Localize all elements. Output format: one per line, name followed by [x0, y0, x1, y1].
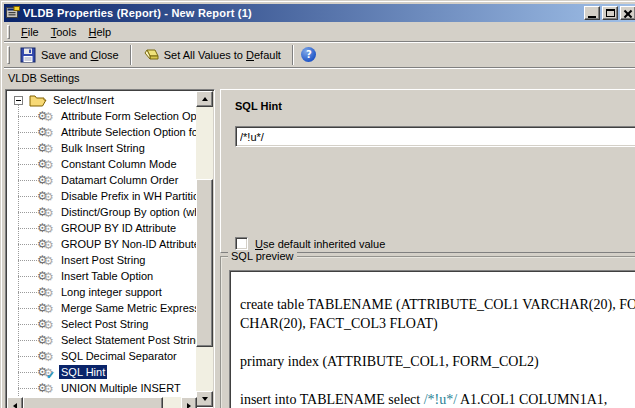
tree-item-sql-hint[interactable]: ⚙⚙✓SQL Hint — [8, 364, 197, 380]
save-and-close-button[interactable]: Save and Close — [13, 44, 126, 66]
gears-icon: ⚙⚙ — [37, 301, 55, 316]
tree-branch-line — [18, 212, 37, 213]
sql-preview-legend: SQL preview — [228, 250, 297, 262]
tree-item-label: Insert Post String — [59, 253, 147, 267]
tree-item-label: SQL Decimal Separator — [59, 349, 179, 363]
use-default-checkbox[interactable] — [235, 237, 248, 250]
gears-icon: ⚙⚙ — [37, 157, 55, 172]
tree-item-insert-post-string[interactable]: ⚙⚙Insert Post String — [8, 252, 197, 268]
close-button[interactable] — [620, 6, 635, 20]
tree-item-label: Datamart Column Order — [59, 173, 180, 187]
scroll-up-button[interactable] — [196, 91, 213, 107]
tree-branch-line — [18, 324, 37, 325]
tree-item-union-multiple-insert[interactable]: ⚙⚙UNION Multiple INSERT — [8, 380, 197, 396]
sql-preview-text: create table TABLENAME (ATTRIBUTE_COL1 V… — [229, 270, 635, 408]
tree-item-label: Attribute Selection Option fo — [59, 125, 197, 139]
horizontal-scroll-thumb[interactable] — [23, 397, 163, 408]
gears-icon: ⚙⚙ — [37, 237, 55, 252]
sql-line — [240, 333, 630, 352]
scroll-left-button[interactable] — [7, 397, 23, 408]
tree-item-select-post-string[interactable]: ⚙⚙Select Post String — [8, 316, 197, 332]
tree-item-insert-table-option[interactable]: ⚙⚙Insert Table Option — [8, 268, 197, 284]
gears-icon: ⚙⚙✓ — [37, 365, 55, 380]
sql-line — [240, 371, 630, 390]
sql-hint-input[interactable] — [235, 126, 635, 147]
sql-preview-group: SQL preview create table TABLENAME (ATTR… — [220, 256, 635, 408]
tree-item-merge-same-metric-express[interactable]: ⚙⚙Merge Same Metric Express — [8, 300, 197, 316]
tree-item-group-by-non-id-attribute[interactable]: ⚙⚙GROUP BY Non-ID Attribute — [8, 236, 197, 252]
tree-item-label: UNION Multiple INSERT — [59, 381, 183, 395]
maximize-button[interactable] — [602, 6, 618, 20]
tree-item-label: SQL Hint — [59, 365, 107, 379]
minimize-button[interactable] — [584, 6, 600, 20]
close-icon — [623, 9, 633, 18]
gears-icon: ⚙⚙ — [37, 189, 55, 204]
tree-item-attribute-selection-option-fo[interactable]: ⚙⚙Attribute Selection Option fo — [8, 124, 197, 140]
tree-item-label: Bulk Insert String — [59, 141, 147, 155]
tree-item-sql-decimal-separator[interactable]: ⚙⚙SQL Decimal Separator — [8, 348, 197, 364]
tree-horizontal-scrollbar[interactable] — [7, 397, 197, 408]
title-bar[interactable]: VLDB Properties (Report) - New Report (1… — [4, 4, 635, 22]
property-detail-panel: SQL Hint Use default inherited value — [220, 89, 635, 253]
use-default-row: Use default inherited value — [235, 237, 385, 250]
gears-icon: ⚙⚙ — [37, 317, 55, 332]
folder-open-icon — [29, 93, 47, 107]
vertical-scroll-thumb[interactable] — [196, 179, 213, 347]
tree-branch-line — [18, 228, 37, 229]
arrow-down-icon — [202, 397, 208, 404]
tree-item-distinct-group-by-option-wh[interactable]: ⚙⚙Distinct/Group By option (wh — [8, 204, 197, 220]
sql-hint-token: /*!u*/ — [424, 392, 457, 407]
tree-branch-line — [18, 164, 37, 165]
tree-item-label: GROUP BY Non-ID Attribute — [59, 237, 197, 251]
tree-item-label: Constant Column Mode — [59, 157, 179, 171]
gears-icon: ⚙⚙ — [37, 269, 55, 284]
arrow-left-icon — [10, 403, 17, 408]
set-defaults-button[interactable]: Set All Values to Default — [135, 44, 288, 66]
tree-branch-line — [18, 356, 37, 357]
tree-branch-line — [18, 244, 37, 245]
gears-icon: ⚙⚙ — [37, 173, 55, 188]
toolbar-separator — [292, 45, 293, 65]
sql-line: insert into TABLENAME select /*!u*/ A1.C… — [240, 390, 630, 408]
tree-item-bulk-insert-string[interactable]: ⚙⚙Bulk Insert String — [8, 140, 197, 156]
tree-item-label: GROUP BY ID Attribute — [59, 221, 178, 235]
vldb-settings-label: VLDB Settings — [8, 72, 80, 84]
menu-item-help[interactable]: Help — [82, 24, 117, 41]
collapse-icon[interactable] — [14, 96, 23, 105]
menu-item-tools[interactable]: Tools — [45, 24, 83, 41]
gears-icon: ⚙⚙ — [37, 285, 55, 300]
toolbar-grip[interactable] — [7, 46, 10, 64]
help-button[interactable]: ? — [297, 44, 321, 66]
property-title: SQL Hint — [235, 100, 282, 112]
tree-item-disable-prefix-in-wh-partitio[interactable]: ⚙⚙Disable Prefix in WH Partitio — [8, 188, 197, 204]
arrow-up-icon — [202, 94, 208, 101]
gears-icon: ⚙⚙ — [37, 141, 55, 156]
tree-item-datamart-column-order[interactable]: ⚙⚙Datamart Column Order — [8, 172, 197, 188]
menu-bar: FileToolsHelp — [4, 22, 635, 42]
vldb-properties-window: VLDB Properties (Report) - New Report (1… — [0, 0, 635, 408]
gears-icon: ⚙⚙ — [37, 109, 55, 124]
tree-item-label: Distinct/Group By option (wh — [59, 205, 197, 219]
menubar-grip[interactable] — [7, 25, 10, 39]
gears-icon: ⚙⚙ — [37, 349, 55, 364]
tree-branch-line — [18, 132, 37, 133]
scroll-right-button[interactable] — [181, 397, 197, 408]
tree-vertical-scrollbar[interactable] — [196, 91, 213, 407]
scroll-down-button[interactable] — [196, 391, 213, 407]
tree-item-attribute-form-selection-opt[interactable]: ⚙⚙Attribute Form Selection Opt — [8, 108, 197, 124]
toolbar-separator — [130, 45, 131, 65]
gears-icon: ⚙⚙ — [37, 333, 55, 348]
save-and-close-label: Save and Close — [41, 49, 119, 61]
gears-icon: ⚙⚙ — [37, 125, 55, 140]
tree-item-label: Disable Prefix in WH Partitio — [59, 189, 197, 203]
tree-root-select-insert[interactable]: Select/Insert — [8, 92, 197, 108]
tree-branch-line — [18, 292, 37, 293]
tree-item-constant-column-mode[interactable]: ⚙⚙Constant Column Mode — [8, 156, 197, 172]
window-title: VLDB Properties (Report) - New Report (1… — [23, 7, 582, 19]
tree-branch-line — [18, 116, 37, 117]
vldb-settings-tree: Select/Insert⚙⚙Attribute Form Selection … — [5, 89, 215, 408]
menu-item-file[interactable]: File — [15, 24, 45, 41]
tree-item-long-integer-support[interactable]: ⚙⚙Long integer support — [8, 284, 197, 300]
tree-item-group-by-id-attribute[interactable]: ⚙⚙GROUP BY ID Attribute — [8, 220, 197, 236]
tree-item-select-statement-post-string[interactable]: ⚙⚙Select Statement Post String — [8, 332, 197, 348]
